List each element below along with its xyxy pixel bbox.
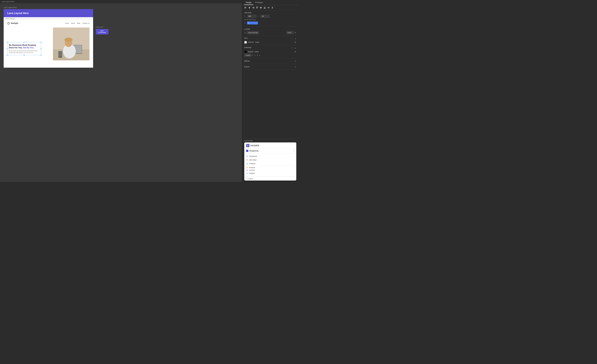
dashboard-icon: ⊞ <box>246 155 248 157</box>
fill-add-button[interactable]: + <box>295 37 296 40</box>
fill-color-swatch[interactable] <box>244 41 247 44</box>
svg-rect-21 <box>257 7 257 8</box>
tab-design[interactable]: Design <box>244 0 253 5</box>
nav-link-about[interactable]: About <box>71 23 75 24</box>
handle-tl[interactable] <box>7 42 8 43</box>
align-top-button[interactable] <box>255 6 259 9</box>
chevron-down-icon: ▾ <box>252 54 253 56</box>
layer-section: Layer Pass through 100% 👁 <box>242 27 298 36</box>
get-started-button[interactable]: GET STARTED <box>96 29 109 34</box>
distribute-v-button[interactable] <box>271 6 274 9</box>
svg-rect-19 <box>253 8 254 8</box>
selection-border: No Nonsense Book Keeping Done For You, N… <box>7 42 41 55</box>
handle-bl[interactable] <box>7 54 8 56</box>
export-section-header: Export + <box>242 64 298 70</box>
stroke-opacity: 100% <box>254 51 259 53</box>
nav-link-home[interactable]: Home <box>65 23 69 24</box>
hero-frame-title: Lava Layout Hero <box>7 12 89 15</box>
analytics-icon: 📊 <box>246 163 248 165</box>
logout-row[interactable]: ⎋ Logout <box>244 177 296 181</box>
screenshot-label: Screenshot <box>242 139 298 142</box>
tab-prototype[interactable]: Prototype <box>253 0 265 5</box>
handle-bm[interactable] <box>24 54 25 56</box>
alignment-toolbar <box>242 5 298 10</box>
mockup-logo: Starlight <box>7 22 18 25</box>
stroke-grid-icon[interactable]: ⋮⋮ <box>290 47 294 49</box>
export-label: Export <box>244 66 250 68</box>
mockup-nav: Starlight Home About Blog Contact Us <box>7 22 89 25</box>
handle-br[interactable] <box>40 54 42 56</box>
dasher-app: D DASHER DesignerUp ▾ ⊞ Dashboard <box>244 142 296 181</box>
breadcrumb: Lava Layout Hero <box>1 1 15 3</box>
align-right-button[interactable] <box>251 6 255 9</box>
stroke-position-row: Center ▾ ≡ 1 ▾ <box>244 54 296 57</box>
svg-rect-13 <box>245 8 246 8</box>
y-field-group: Y <box>257 15 269 18</box>
x-input[interactable] <box>247 15 256 18</box>
nav-divider-bottom <box>244 176 296 176</box>
align-center-h-button[interactable] <box>248 6 251 9</box>
products-chevron-icon: › <box>294 167 294 168</box>
fill-row: FFFFFF 100% 👁 <box>244 41 296 44</box>
breadcrumb-bar: Lava Layout Hero <box>0 0 242 3</box>
nav-item-products[interactable]: ◉ Products › <box>244 166 296 169</box>
stroke-color-swatch[interactable] <box>244 51 247 53</box>
nav-item-support[interactable]: ? Support <box>244 171 296 175</box>
stroke-position-select[interactable]: Center <box>244 54 251 57</box>
nav-item-site-editor[interactable]: ✏ Site Editor <box>244 158 296 162</box>
handle-tm[interactable] <box>24 42 25 43</box>
canvas-main: Lava Layout Hero Lava Layout Hero Base D… <box>0 3 242 182</box>
nav-item-analytics[interactable]: 📊 Analytics <box>244 162 296 165</box>
svg-rect-10 <box>59 52 62 57</box>
fill-grid-icon[interactable]: ⋮⋮ <box>290 38 294 40</box>
rotation-input[interactable] <box>247 22 258 24</box>
nav-item-dashboard[interactable]: ⊞ Dashboard <box>244 154 296 158</box>
nav-item-account[interactable]: ◎ Account › <box>244 169 296 171</box>
stroke-icons: ⋮⋮ + <box>290 47 296 50</box>
stroke-eye-icon[interactable]: 👁 <box>294 51 296 53</box>
effects-section-header: Effects + <box>242 58 298 64</box>
nav-divider-mid <box>244 166 296 166</box>
nav-divider-top <box>244 153 296 153</box>
text-block-container[interactable]: No Nonsense Book Keeping Done For You, N… <box>7 42 41 64</box>
svg-rect-30 <box>265 7 265 8</box>
nav-link-blog[interactable]: Blog <box>77 23 80 24</box>
y-input[interactable] <box>260 15 269 18</box>
effects-add-button[interactable]: + <box>295 60 296 62</box>
layer-label: Layer <box>244 28 296 30</box>
svg-rect-20 <box>256 7 258 7</box>
fill-hex: FFFFFF <box>248 41 254 43</box>
effects-label: Effects <box>244 60 250 62</box>
svg-point-8 <box>64 38 72 42</box>
vector-label: Vector <box>244 12 296 14</box>
handle-ml[interactable] <box>7 48 8 49</box>
fill-left: FFFFFF 100% <box>244 41 259 44</box>
visibility-icon[interactable]: 👁 <box>294 32 296 34</box>
svg-rect-28 <box>264 8 266 8</box>
stroke-header: Stroke ⋮⋮ + <box>244 47 296 50</box>
logout-icon: ⎋ <box>246 178 247 180</box>
stroke-row: 000000 100% 👁 <box>244 51 296 53</box>
layer-left: Pass through <box>244 31 259 34</box>
align-middle-button[interactable] <box>259 6 263 9</box>
products-icon: ◉ <box>246 167 248 168</box>
distribute-h-button[interactable] <box>267 6 270 9</box>
fill-opacity: 100% <box>255 41 259 43</box>
blend-mode-select[interactable]: Pass through <box>247 31 259 34</box>
svg-rect-34 <box>272 7 273 7</box>
handle-mr[interactable] <box>40 48 42 49</box>
svg-rect-18 <box>252 7 254 8</box>
handle-tr[interactable] <box>40 42 42 43</box>
designer-up-row[interactable]: DesignerUp ▾ <box>244 149 296 153</box>
export-add-button[interactable]: + <box>295 65 296 68</box>
nav-link-contact[interactable]: Contact Us <box>82 23 89 24</box>
align-left-button[interactable] <box>244 6 247 9</box>
stroke-add-button[interactable]: + <box>295 47 296 50</box>
nav-site-editor-left: ✏ Site Editor <box>246 159 257 161</box>
fill-eye-icon[interactable]: 👁 <box>294 41 296 43</box>
hero-subtitle: We you know you waited until the last po… <box>9 50 39 54</box>
align-bottom-button[interactable] <box>263 6 266 9</box>
stroke-label: Stroke <box>244 47 251 48</box>
fill-label: Fill <box>244 37 248 39</box>
frame-133-label: Frame 133 <box>96 26 103 28</box>
